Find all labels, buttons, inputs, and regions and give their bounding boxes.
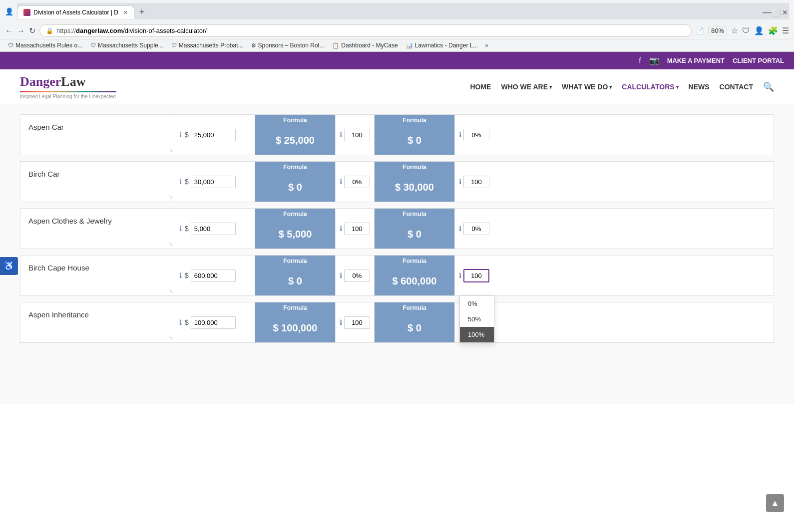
resize-handle: ↘ bbox=[169, 335, 173, 340]
info-icon[interactable]: ℹ bbox=[179, 178, 182, 186]
account-icon[interactable]: 👤 bbox=[754, 26, 764, 35]
dropdown-option[interactable]: 50% bbox=[460, 311, 494, 327]
aspen-formula-value: $ 25,000 bbox=[255, 126, 335, 155]
aspen-percent-input[interactable] bbox=[344, 176, 370, 188]
resize-handle: ↘ bbox=[169, 288, 173, 293]
chevron-down-icon-2: ▾ bbox=[609, 84, 612, 90]
bookmark-1[interactable]: 🛡 Massachusetts Rules o... bbox=[5, 41, 85, 50]
dropdown-option[interactable]: 0% bbox=[460, 296, 494, 311]
birch-percent-input[interactable] bbox=[463, 223, 489, 235]
aspen-percent-input[interactable] bbox=[344, 223, 370, 235]
aspen-info-icon[interactable]: ℹ bbox=[340, 271, 342, 279]
birch-percent-input[interactable] bbox=[463, 269, 489, 282]
asset-value-input[interactable] bbox=[191, 129, 236, 141]
birch-info-icon[interactable]: ℹ bbox=[459, 131, 461, 139]
aspen-info-icon[interactable]: ℹ bbox=[340, 178, 342, 186]
info-icon[interactable]: ℹ bbox=[179, 271, 182, 279]
birch-formula-header: Formula bbox=[375, 115, 454, 126]
bookmark-2[interactable]: 🛡 Massachusetts Supple... bbox=[87, 41, 166, 50]
nav-what-we-do[interactable]: WHAT WE DO ▾ bbox=[562, 83, 612, 91]
aspen-formula-value: $ 100,000 bbox=[255, 313, 335, 342]
active-tab[interactable]: Division of Assets Calculator | D ✕ bbox=[17, 5, 134, 19]
zoom-level[interactable]: 80% bbox=[708, 26, 727, 35]
close-btn[interactable]: ✕ bbox=[781, 8, 789, 16]
minimize-btn[interactable]: — bbox=[763, 8, 771, 16]
back-btn[interactable]: ← bbox=[5, 26, 13, 35]
bookmark-4[interactable]: ⚙ Sponsors – Boston Rol... bbox=[248, 41, 328, 50]
nav-calculators[interactable]: CALCULATORS ▾ bbox=[622, 83, 678, 91]
birch-percent-input[interactable] bbox=[463, 129, 489, 141]
aspen-formula-header: Formula bbox=[255, 256, 335, 266]
browser-controls[interactable]: 👤 bbox=[5, 7, 13, 15]
tab-close-btn[interactable]: ✕ bbox=[123, 9, 128, 16]
tab-bar: Division of Assets Calculator | D ✕ + — … bbox=[17, 3, 789, 19]
bookmark-6[interactable]: 📊 Lawmatics - Danger L... bbox=[403, 41, 481, 50]
refresh-btn[interactable]: ↻ bbox=[29, 26, 35, 35]
extensions-icon[interactable]: 🧩 bbox=[768, 26, 778, 35]
bookmark-4-label: Sponsors – Boston Rol... bbox=[258, 42, 325, 49]
logo[interactable]: DangerLaw Inspired Legal Planning for th… bbox=[20, 74, 116, 99]
aspen-percent-cell: ℹ bbox=[335, 209, 375, 249]
url-input[interactable]: 🔒 https://dangerlaw.com/division-of-asse… bbox=[39, 24, 692, 37]
search-icon[interactable]: 🔍 bbox=[763, 81, 774, 92]
birch-formula-header: Formula bbox=[375, 209, 454, 220]
birch-info-icon[interactable]: ℹ bbox=[459, 225, 461, 233]
birch-percent-cell: ℹ bbox=[454, 209, 493, 249]
accessibility-button[interactable]: ♿ bbox=[0, 257, 18, 275]
bookmark-5-icon: 📋 bbox=[332, 42, 339, 49]
birch-formula-cell: Formula$ 30,000 bbox=[375, 162, 454, 202]
asset-name-cell: Birch Cape House↘ bbox=[20, 256, 175, 295]
bookmarks-more-btn[interactable]: » bbox=[485, 42, 488, 49]
birch-percent-input[interactable] bbox=[463, 176, 489, 188]
aspen-info-icon[interactable]: ℹ bbox=[340, 225, 342, 233]
maximize-btn[interactable]: ⬜ bbox=[772, 8, 780, 16]
info-icon[interactable]: ℹ bbox=[179, 318, 182, 326]
asset-name-cell: Birch Car↘ bbox=[20, 162, 175, 202]
asset-value-input[interactable] bbox=[191, 223, 236, 235]
info-icon[interactable]: ℹ bbox=[179, 225, 182, 233]
dropdown-option[interactable]: 100% bbox=[460, 327, 494, 342]
aspen-percent-input[interactable] bbox=[344, 316, 370, 329]
nav-news[interactable]: NEWS bbox=[689, 83, 710, 91]
reader-icon[interactable]: 📄 bbox=[696, 27, 704, 35]
instagram-icon[interactable]: 📷 bbox=[649, 56, 659, 65]
aspen-info-icon[interactable]: ℹ bbox=[340, 131, 342, 139]
client-portal-link[interactable]: CLIENT PORTAL bbox=[733, 57, 784, 64]
asset-value-cell: ℹ$ bbox=[175, 256, 255, 295]
tab-favicon bbox=[23, 9, 30, 16]
logo-tagline: Inspired Legal Planning for the Unexpect… bbox=[20, 94, 116, 99]
url-display: https://dangerlaw.com/division-of-assets… bbox=[56, 27, 207, 34]
bookmark-3[interactable]: 🛡 Massachusetts Probat... bbox=[168, 41, 246, 50]
nav-contact[interactable]: CONTACT bbox=[720, 83, 753, 91]
bookmark-3-label: Massachusetts Probat... bbox=[179, 42, 243, 49]
new-tab-btn[interactable]: + bbox=[135, 5, 149, 19]
make-payment-link[interactable]: MAKE A PAYMENT bbox=[667, 57, 725, 64]
asset-row: Aspen Car↘ℹ$Formula$ 25,000ℹFormula$ 0ℹ bbox=[20, 114, 774, 155]
asset-value-input[interactable] bbox=[191, 176, 236, 188]
menu-icon[interactable]: ☰ bbox=[782, 26, 789, 35]
facebook-icon[interactable]: f bbox=[639, 56, 641, 65]
info-icon[interactable]: ℹ bbox=[179, 131, 182, 139]
bookmark-star-icon[interactable]: ☆ bbox=[731, 26, 738, 35]
aspen-formula-header: Formula bbox=[255, 209, 335, 220]
aspen-percent-input[interactable] bbox=[344, 129, 370, 141]
asset-value-input[interactable] bbox=[191, 269, 236, 282]
birch-info-icon[interactable]: ℹ bbox=[459, 178, 461, 186]
aspen-formula-cell: Formula$ 25,000 bbox=[255, 115, 335, 155]
nav-home[interactable]: HOME bbox=[470, 83, 491, 91]
accessibility-icon: ♿ bbox=[3, 261, 14, 271]
bookmark-6-label: Lawmatics - Danger L... bbox=[415, 42, 478, 49]
shield2-icon[interactable]: 🛡 bbox=[742, 26, 750, 35]
bookmark-1-label: Massachusetts Rules o... bbox=[15, 42, 82, 49]
aspen-info-icon[interactable]: ℹ bbox=[340, 318, 342, 326]
birch-info-icon[interactable]: ℹ bbox=[459, 271, 461, 279]
asset-value-input[interactable] bbox=[191, 316, 236, 329]
birch-formula-value: $ 0 bbox=[375, 126, 454, 155]
aspen-percent-input[interactable] bbox=[344, 269, 370, 282]
profile-icon[interactable]: 👤 bbox=[5, 7, 13, 15]
bookmark-5[interactable]: 📋 Dashboard - MyCase bbox=[329, 41, 400, 50]
forward-btn[interactable]: → bbox=[17, 26, 25, 35]
nav-who-we-are[interactable]: WHO WE ARE ▾ bbox=[501, 83, 552, 91]
asset-row: Birch Car↘ℹ$Formula$ 0ℹFormula$ 30,000ℹ bbox=[20, 161, 774, 202]
birch-percent-cell: ℹ bbox=[454, 162, 493, 202]
